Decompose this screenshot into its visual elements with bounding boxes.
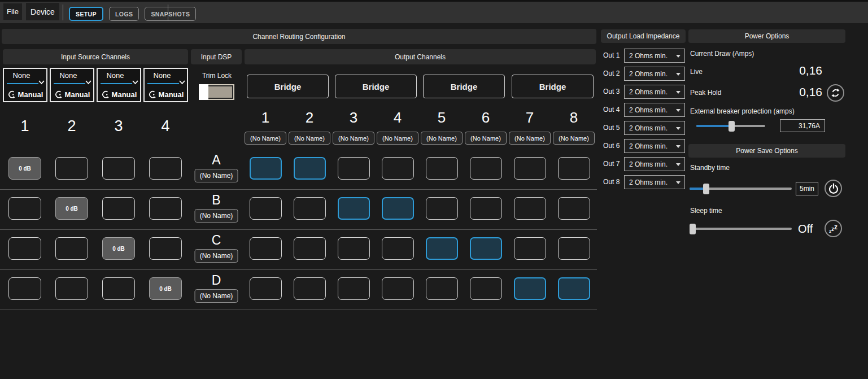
matrix-input-cell-B-1[interactable]	[8, 197, 41, 220]
output-channel-name-button-6[interactable]: (No Name)	[465, 132, 507, 145]
sleep-slider-thumb[interactable]	[690, 224, 696, 234]
matrix-output-cell-C-4[interactable]	[382, 237, 414, 260]
input-source-select[interactable]: None	[145, 71, 180, 80]
matrix-output-cell-C-1[interactable]	[250, 237, 282, 260]
matrix-output-cell-B-8[interactable]	[558, 197, 590, 220]
input-mode-button[interactable]: Manual	[4, 90, 46, 99]
input-source-box-3[interactable]: NoneManual	[97, 68, 141, 102]
output-channel-name-button-7[interactable]: (No Name)	[509, 132, 551, 145]
peak-hold-reset-button[interactable]	[827, 84, 844, 102]
input-mode-button[interactable]: Manual	[51, 90, 93, 99]
matrix-input-cell-A-3[interactable]	[102, 157, 135, 180]
matrix-output-cell-D-8[interactable]	[558, 277, 590, 300]
matrix-output-cell-C-3[interactable]	[338, 237, 370, 260]
tab-setup[interactable]: SETUP	[69, 7, 103, 21]
impedance-select-2[interactable]: 2 Ohms min.	[624, 67, 685, 81]
matrix-input-cell-D-3[interactable]	[102, 277, 135, 300]
matrix-output-cell-A-7[interactable]	[514, 157, 546, 180]
impedance-select-3[interactable]: 2 Ohms min.	[624, 85, 685, 99]
output-channel-name-button-3[interactable]: (No Name)	[333, 132, 374, 145]
matrix-input-cell-A-1[interactable]: 0 dB	[8, 157, 41, 180]
output-channel-name-button-4[interactable]: (No Name)	[377, 132, 418, 145]
impedance-select-5[interactable]: 2 Ohms min.	[624, 121, 685, 135]
input-source-box-4[interactable]: NoneManual	[143, 68, 188, 102]
matrix-input-cell-C-3[interactable]: 0 dB	[102, 237, 135, 260]
matrix-input-cell-D-2[interactable]	[55, 277, 88, 300]
impedance-select-6[interactable]: 2 Ohms min.	[624, 139, 685, 153]
standby-slider-thumb[interactable]	[703, 184, 709, 194]
bridge-button-3[interactable]: Bridge	[423, 75, 505, 98]
matrix-output-cell-C-2[interactable]	[294, 237, 326, 260]
matrix-input-cell-C-4[interactable]	[149, 237, 182, 260]
matrix-output-cell-B-6[interactable]	[470, 197, 502, 220]
matrix-row-name-button-A[interactable]: (No Name)	[195, 169, 238, 182]
output-channel-name-button-5[interactable]: (No Name)	[421, 132, 463, 145]
breaker-slider-thumb[interactable]	[729, 121, 735, 132]
standby-power-button[interactable]	[825, 180, 842, 197]
matrix-input-cell-C-2[interactable]	[55, 237, 88, 260]
input-mode-button[interactable]: Manual	[145, 90, 187, 99]
input-source-select[interactable]: None	[4, 71, 39, 80]
matrix-output-cell-D-4[interactable]	[382, 277, 414, 300]
impedance-select-8[interactable]: 2 Ohms min.	[624, 175, 685, 189]
bridge-button-4[interactable]: Bridge	[512, 75, 594, 98]
matrix-output-cell-B-2[interactable]	[294, 197, 326, 220]
trim-lock-toggle-handle[interactable]	[199, 84, 208, 100]
matrix-output-cell-B-4[interactable]	[382, 197, 414, 220]
output-channel-name-button-8[interactable]: (No Name)	[553, 132, 595, 145]
bridge-button-1[interactable]: Bridge	[247, 75, 329, 98]
matrix-output-cell-A-5[interactable]	[426, 157, 458, 180]
tab-logs[interactable]: LOGS	[109, 7, 139, 21]
matrix-row-name-button-D[interactable]: (No Name)	[195, 289, 238, 303]
matrix-output-cell-A-3[interactable]	[338, 157, 370, 180]
matrix-output-cell-D-5[interactable]	[426, 277, 458, 300]
impedance-select-4[interactable]: 2 Ohms min.	[624, 103, 685, 117]
matrix-output-cell-B-5[interactable]	[426, 197, 458, 220]
matrix-output-cell-B-7[interactable]	[514, 197, 546, 220]
standby-value-field[interactable]: 5min	[796, 182, 818, 195]
matrix-output-cell-D-1[interactable]	[250, 277, 282, 300]
file-menu-button[interactable]: File	[3, 3, 22, 20]
bridge-button-2[interactable]: Bridge	[335, 75, 417, 98]
matrix-input-cell-B-2[interactable]: 0 dB	[55, 197, 88, 220]
matrix-output-cell-A-4[interactable]	[382, 157, 414, 180]
input-source-box-2[interactable]: NoneManual	[50, 68, 94, 102]
matrix-input-cell-B-3[interactable]	[102, 197, 135, 220]
matrix-input-cell-A-2[interactable]	[55, 157, 88, 180]
matrix-output-cell-A-8[interactable]	[558, 157, 590, 180]
tab-snapshots[interactable]: SNAPSHOTS	[145, 7, 196, 21]
matrix-output-cell-A-1[interactable]	[250, 157, 282, 180]
matrix-output-cell-A-2[interactable]	[294, 157, 326, 180]
matrix-row-name-button-B[interactable]: (No Name)	[195, 209, 238, 223]
matrix-output-cell-D-7[interactable]	[514, 277, 546, 300]
matrix-input-cell-B-4[interactable]	[149, 197, 182, 220]
matrix-output-cell-C-7[interactable]	[514, 237, 546, 260]
sleep-slider-track[interactable]	[690, 228, 792, 230]
matrix-output-cell-C-5[interactable]	[426, 237, 458, 260]
impedance-select-1[interactable]: 2 Ohms min.	[624, 49, 685, 63]
input-mode-button[interactable]: Manual	[98, 90, 140, 99]
input-source-select[interactable]: None	[98, 71, 133, 80]
impedance-select-7[interactable]: 2 Ohms min.	[624, 157, 685, 171]
breaker-value-field[interactable]: 31,76A	[780, 119, 825, 132]
input-source-select[interactable]: None	[51, 71, 86, 80]
matrix-output-cell-D-6[interactable]	[470, 277, 502, 300]
matrix-row-name-button-C[interactable]: (No Name)	[195, 249, 238, 263]
trim-lock-toggle[interactable]	[199, 84, 234, 100]
output-channel-name-button-1[interactable]: (No Name)	[245, 132, 286, 145]
sleep-button[interactable]: zzz	[825, 220, 842, 237]
matrix-output-cell-C-8[interactable]	[558, 237, 590, 260]
matrix-input-cell-A-4[interactable]	[149, 157, 182, 180]
device-menu-button[interactable]: Device	[26, 3, 59, 20]
matrix-output-cell-C-6[interactable]	[470, 237, 502, 260]
output-channel-name-button-2[interactable]: (No Name)	[289, 132, 330, 145]
matrix-input-cell-D-1[interactable]	[8, 277, 41, 300]
matrix-input-cell-D-4[interactable]: 0 dB	[149, 277, 182, 300]
matrix-input-cell-C-1[interactable]	[8, 237, 41, 260]
matrix-output-cell-B-3[interactable]	[338, 197, 370, 220]
matrix-output-cell-A-6[interactable]	[470, 157, 502, 180]
matrix-output-cell-D-3[interactable]	[338, 277, 370, 300]
input-source-box-1[interactable]: NoneManual	[3, 68, 47, 102]
matrix-output-cell-B-1[interactable]	[250, 197, 282, 220]
matrix-output-cell-D-2[interactable]	[294, 277, 326, 300]
